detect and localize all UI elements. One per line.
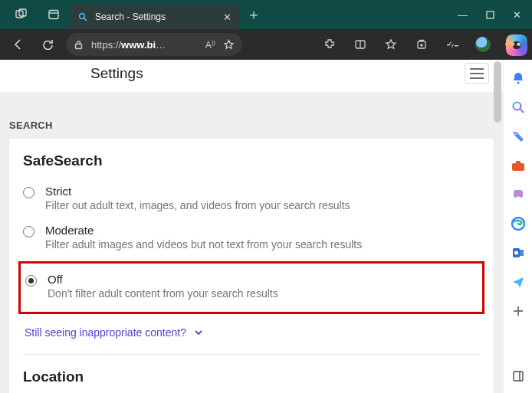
divider [23, 354, 480, 355]
radio-off[interactable] [25, 275, 37, 287]
svg-rect-2 [49, 11, 58, 19]
option-desc: Filter out adult text, images, and video… [45, 199, 350, 211]
svg-rect-22 [520, 250, 524, 256]
health-icon[interactable] [442, 34, 463, 55]
browser-tab[interactable]: Search - Settings ✕ [71, 5, 239, 29]
highlighted-option: Off Don't filter adult content from your… [18, 261, 484, 314]
extensions-icon[interactable] [319, 34, 340, 55]
favorite-icon[interactable] [223, 39, 235, 51]
page-viewport: Settings SEARCH SafeSearch Strict Filter… [0, 60, 503, 393]
sidebar-games-icon[interactable] [511, 187, 526, 202]
svg-point-4 [80, 14, 85, 19]
sidebar-search-icon[interactable] [511, 100, 526, 115]
option-title: Off [48, 273, 278, 286]
svg-line-16 [520, 110, 524, 113]
svg-point-23 [514, 251, 518, 255]
collections-icon[interactable] [411, 34, 432, 55]
option-desc: Filter adult images and videos but not t… [45, 238, 362, 251]
back-button[interactable] [8, 34, 29, 55]
svg-rect-26 [514, 372, 523, 381]
browser-toolbar: https://www.bi… A)) ••• [0, 29, 532, 60]
svg-point-15 [513, 103, 521, 110]
sidebar-toggle-icon[interactable] [511, 368, 526, 384]
split-screen-icon[interactable] [350, 34, 371, 55]
sidebar-add-icon[interactable] [511, 303, 526, 319]
svg-point-14 [517, 81, 519, 84]
safesearch-option-moderate[interactable]: Moderate Filter adult images and videos … [23, 219, 480, 258]
safesearch-panel: SafeSearch Strict Filter out adult text,… [9, 139, 494, 393]
report-content-link[interactable]: Still seeing inappropriate content? [23, 319, 480, 349]
read-aloud-icon[interactable]: A)) [205, 39, 215, 51]
address-bar[interactable]: https://www.bi… A)) [66, 33, 242, 56]
vertical-scrollbar[interactable] [494, 61, 501, 123]
sidebar-notify-icon[interactable] [511, 70, 526, 86]
tab-favicon-icon [78, 12, 87, 21]
window-minimize-button[interactable]: — [458, 9, 468, 21]
radio-strict[interactable] [23, 187, 34, 198]
safesearch-heading: SafeSearch [23, 152, 480, 169]
copilot-icon[interactable] [506, 34, 527, 56]
window-close-button[interactable]: ✕ [513, 9, 521, 21]
settings-menu-button[interactable] [465, 63, 489, 84]
page-title: Settings [90, 65, 143, 82]
window-titlebar: Search - Settings ✕ ＋ — ✕ [0, 0, 532, 29]
svg-point-17 [514, 133, 516, 135]
section-label-search: SEARCH [0, 92, 503, 139]
safesearch-option-strict[interactable]: Strict Filter out adult text, images, an… [23, 180, 480, 219]
new-tab-button[interactable]: ＋ [239, 5, 268, 24]
refresh-button[interactable] [37, 34, 58, 55]
sidebar-tools-icon[interactable] [511, 158, 526, 173]
chevron-down-icon [194, 328, 203, 337]
workspaces-icon[interactable] [11, 4, 32, 25]
sidebar-outlook-icon[interactable] [511, 245, 526, 260]
radio-moderate[interactable] [23, 226, 34, 237]
edge-sidebar [503, 60, 532, 393]
svg-rect-19 [516, 161, 521, 164]
address-url: https://www.bi… [91, 39, 166, 51]
profile-avatar[interactable] [472, 34, 494, 55]
svg-rect-6 [487, 11, 494, 18]
sidebar-edge-icon[interactable] [511, 216, 526, 231]
lock-icon [74, 40, 84, 50]
option-desc: Don't filter adult content from your sea… [48, 287, 278, 300]
safesearch-option-off[interactable]: Off Don't filter adult content from your… [21, 268, 478, 307]
svg-rect-7 [76, 44, 82, 48]
favorites-icon[interactable] [380, 34, 402, 55]
svg-rect-18 [512, 163, 524, 171]
window-maximize-button[interactable] [486, 11, 494, 19]
option-title: Strict [45, 185, 350, 198]
svg-line-5 [84, 18, 87, 21]
tab-close-button[interactable]: ✕ [223, 11, 232, 23]
sidebar-shop-icon[interactable] [511, 129, 526, 144]
sidebar-send-icon[interactable] [511, 274, 526, 290]
option-title: Moderate [45, 224, 362, 237]
tab-title: Search - Settings [95, 11, 166, 22]
location-heading: Location [23, 368, 480, 385]
link-text: Still seeing inappropriate content? [25, 326, 186, 339]
tab-actions-icon[interactable] [43, 4, 64, 25]
